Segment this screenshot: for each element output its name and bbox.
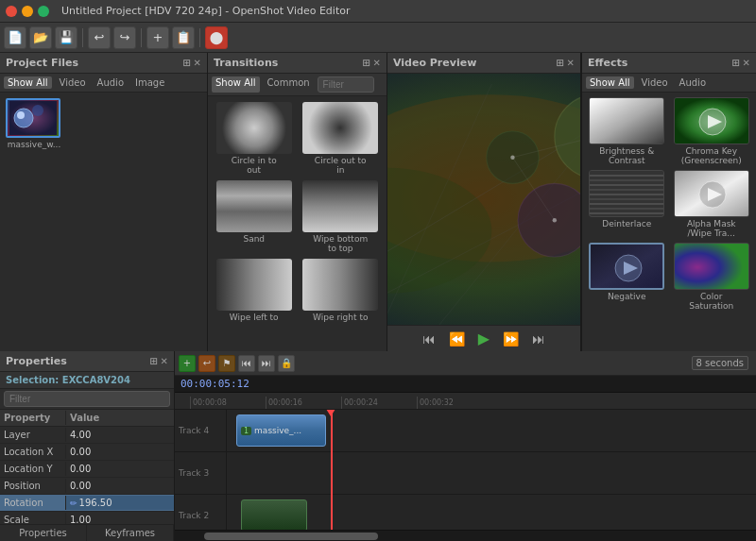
transition-wipe-right[interactable]: Wipe right to (301, 259, 382, 322)
effect-alpha[interactable]: Alpha Mask/Wipe Tra... (672, 170, 752, 238)
properties-selection: Selection: EXCCA8V204 (0, 372, 174, 389)
toolbar-separator-1 (82, 28, 83, 47)
transition-wipe-bottom[interactable]: Wipe bottomto top (301, 180, 382, 253)
transition-circle-in[interactable]: Circle in toout (214, 102, 295, 175)
ruler-mark-2: 00:00:24 (341, 397, 417, 409)
prop-row-rotation[interactable]: Rotation ✏ 196.50 (0, 495, 174, 512)
prop-value-rotation[interactable]: ✏ 196.50 (66, 496, 174, 510)
current-time-display: 00:00:05:12 (175, 376, 756, 393)
add-button[interactable]: + (146, 26, 169, 49)
properties-table: Layer 4.00 Location X 0.00 Location Y 0.… (0, 427, 174, 524)
prop-close-icon[interactable]: ✕ (161, 356, 168, 366)
minimize-button[interactable] (22, 6, 33, 17)
ruler-mark-0: 00:00:08 (190, 397, 266, 409)
timeline-playhead[interactable] (331, 410, 333, 530)
record-button[interactable]: ⬤ (205, 26, 228, 49)
properties-header: Properties ⊞ ✕ (0, 351, 174, 372)
effect-negative[interactable]: Negative (587, 243, 667, 311)
fast-forward-button[interactable]: ⏩ (499, 330, 523, 348)
effects-menu-icon[interactable]: ⊞ (731, 58, 739, 68)
tab-image[interactable]: Image (131, 76, 168, 89)
effects-tab-show-all[interactable]: Show All (586, 76, 634, 89)
tab-show-all[interactable]: Show All (4, 76, 52, 89)
timeline-toolbar: + ↩ ⚑ ⏮ ⏭ 🔒 8 seconds (175, 351, 756, 376)
scrollbar-thumb[interactable] (204, 533, 379, 540)
track-3-area[interactable] (227, 452, 756, 494)
rotation-value: 196.50 (79, 498, 112, 508)
prop-name-position: Position (0, 479, 66, 493)
vp-menu-icon[interactable]: ⊞ (556, 58, 563, 68)
properties-filter-input[interactable] (4, 391, 170, 407)
tl-remove-button[interactable]: ↩ (198, 355, 215, 372)
current-time: 00:00:05:12 (180, 378, 249, 390)
trans-close-icon[interactable]: ✕ (373, 58, 381, 68)
trans-tab-common[interactable]: Common (264, 76, 314, 93)
track-2-area[interactable] (227, 495, 756, 530)
new-button[interactable]: 📄 (4, 26, 26, 49)
transitions-tabs: Show All Common (208, 74, 387, 96)
trans-menu-icon[interactable]: ⊞ (362, 58, 369, 68)
skip-forward-button[interactable]: ⏭ (528, 330, 549, 348)
effect-thumb-deinterlace (589, 170, 664, 217)
effect-thumb-saturation (674, 243, 749, 290)
effect-label-negative: Negative (608, 292, 645, 301)
prop-col-value: Value (66, 411, 174, 425)
timeline-scrollbar[interactable] (175, 530, 756, 541)
redo-button[interactable]: ↪ (113, 26, 136, 49)
file-item[interactable]: massive_w... (6, 98, 62, 149)
effects-tab-audio[interactable]: Audio (676, 76, 710, 89)
effects-grid: Brightness &Contrast (582, 93, 756, 315)
trans-tab-show-all[interactable]: Show All (212, 76, 260, 93)
transition-thumb-sand (216, 180, 292, 232)
effect-deinterlace[interactable]: Deinterlace (587, 170, 667, 238)
tl-lock-button[interactable]: 🔒 (278, 355, 295, 372)
tab-video[interactable]: Video (56, 76, 90, 89)
transition-label-wipe-left: Wipe left to (230, 313, 279, 322)
track-3-row: Track 3 (175, 452, 756, 495)
tab-audio[interactable]: Audio (94, 76, 128, 89)
close-button[interactable] (6, 6, 17, 17)
prop-menu-icon[interactable]: ⊞ (149, 356, 157, 366)
tl-start-button[interactable]: ⏮ (238, 355, 255, 372)
prop-tab-properties[interactable]: Properties (0, 525, 87, 541)
save-button[interactable]: 💾 (55, 26, 77, 49)
transition-sand[interactable]: Sand (214, 180, 295, 253)
preview-canvas (387, 74, 580, 325)
panel-close-icon[interactable]: ✕ (194, 58, 201, 68)
properties-title: Properties (6, 355, 67, 367)
transition-wipe-left[interactable]: Wipe left to (214, 259, 295, 322)
file-thumbnail (6, 98, 60, 138)
effects-tab-video[interactable]: Video (638, 76, 672, 89)
open-button[interactable]: 📂 (29, 26, 52, 49)
panel-menu-icon[interactable]: ⊞ (182, 58, 190, 68)
import-button[interactable]: 📋 (172, 26, 195, 49)
rewind-button[interactable]: ⏪ (445, 330, 469, 348)
effect-saturation[interactable]: ColorSaturation (672, 243, 752, 311)
vp-header-icons: ⊞ ✕ (556, 58, 575, 68)
clip-massive[interactable]: 1 massive_... (236, 414, 326, 447)
track-4-area[interactable]: 1 massive_... (227, 410, 756, 451)
svg-point-23 (553, 218, 557, 222)
tl-add-button[interactable]: + (179, 355, 196, 372)
effect-brightness[interactable]: Brightness &Contrast (587, 97, 667, 165)
effect-chroma[interactable]: Chroma Key(Greenscreen) (672, 97, 752, 165)
tl-end-button[interactable]: ⏭ (258, 355, 275, 372)
effects-title: Effects (588, 57, 627, 69)
effects-header-icons: ⊞ ✕ (731, 58, 750, 68)
prop-tab-keyframes[interactable]: Keyframes (87, 525, 174, 541)
maximize-button[interactable] (38, 6, 49, 17)
transitions-filter-input[interactable] (318, 76, 374, 93)
prop-col-property: Property (0, 411, 66, 425)
project-files-header: Project Files ⊞ ✕ (0, 53, 207, 74)
svg-point-3 (32, 105, 43, 116)
effects-close-icon[interactable]: ✕ (743, 58, 750, 68)
tl-flag-button[interactable]: ⚑ (218, 355, 235, 372)
undo-button[interactable]: ↩ (88, 26, 111, 49)
transition-circle-out[interactable]: Circle out toin (301, 102, 382, 175)
vp-close-icon[interactable]: ✕ (567, 58, 575, 68)
clip-track2[interactable] (241, 499, 307, 530)
play-button[interactable]: ▶ (474, 328, 493, 349)
skip-back-button[interactable]: ⏮ (419, 330, 439, 348)
prop-value-scale: 1.00 (66, 513, 174, 524)
preview-image (387, 74, 580, 325)
